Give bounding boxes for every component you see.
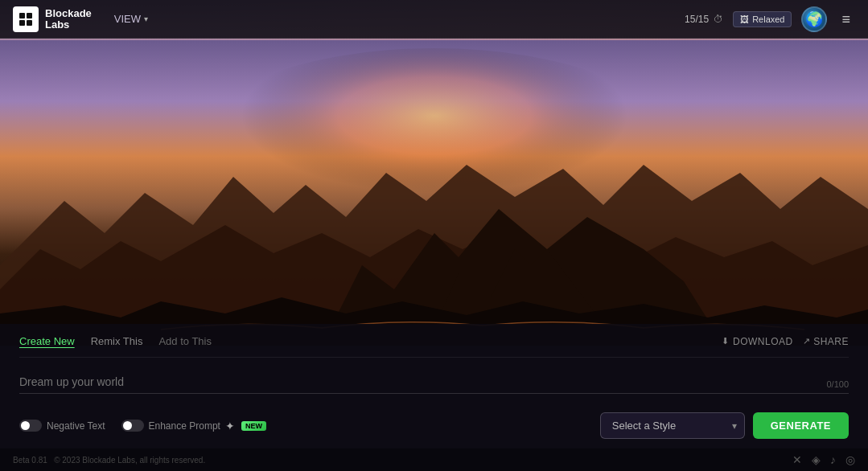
clock-icon: ⏱ — [714, 14, 723, 25]
globe-button[interactable]: 🌍 — [801, 6, 827, 32]
bottom-panel: Create New Remix This Add to This ⬇ DOWN… — [0, 324, 868, 448]
prompt-input[interactable] — [19, 371, 849, 394]
generate-button[interactable]: GENERATE — [753, 412, 849, 439]
hamburger-menu-button[interactable]: ≡ — [837, 6, 855, 31]
mountain-svg — [0, 40, 868, 346]
discord-icon[interactable]: ◈ — [812, 453, 821, 466]
logo-area: Blockade Labs — [13, 6, 92, 32]
negative-text-label: Negative Text — [47, 420, 105, 432]
tab-row: Create New Remix This Add to This ⬇ DOWN… — [19, 324, 849, 358]
topbar: Blockade Labs VIEW ▾ 15/15 ⏱ 🖼 Relaxed 🌍… — [0, 0, 868, 39]
footer-right: ✕ ◈ ♪ ◎ — [792, 453, 855, 466]
svg-rect-3 — [27, 20, 32, 26]
twitter-icon[interactable]: ✕ — [792, 453, 802, 466]
prompt-input-wrapper: 0/100 — [19, 371, 849, 394]
logo-text: Blockade Labs — [45, 7, 92, 31]
footer-left: Beta 0.81 © 2023 Blockade Labs, all righ… — [13, 456, 205, 465]
svg-rect-2 — [19, 20, 25, 26]
enhance-prompt-toggle[interactable] — [121, 420, 144, 432]
view-menu-button[interactable]: VIEW ▾ — [108, 10, 154, 28]
prompt-area: 0/100 — [19, 358, 849, 403]
enhance-prompt-label: Enhance Prompt — [149, 420, 220, 432]
right-options: Select a Style Fantasy Sci-Fi Anime Phot… — [600, 412, 849, 439]
relaxed-badge: 🖼 Relaxed — [733, 11, 792, 27]
tab-add-to-this[interactable]: Add to This — [158, 332, 212, 350]
char-count: 0/100 — [826, 379, 849, 389]
footer: Beta 0.81 © 2023 Blockade Labs, all righ… — [0, 448, 868, 471]
logo-icon — [13, 6, 39, 32]
sparkle-icon: ✦ — [225, 420, 235, 432]
style-select-wrapper: Select a Style Fantasy Sci-Fi Anime Phot… — [600, 412, 745, 439]
tiktok-icon[interactable]: ♪ — [830, 453, 836, 466]
svg-rect-1 — [27, 13, 32, 18]
credits-badge: 15/15 ⏱ — [685, 14, 723, 25]
enhance-prompt-toggle-group: Enhance Prompt ✦ NEW — [121, 420, 266, 432]
style-select[interactable]: Select a Style Fantasy Sci-Fi Anime Phot… — [600, 412, 745, 439]
svg-rect-0 — [19, 13, 25, 18]
new-badge: NEW — [241, 421, 266, 431]
image-icon: 🖼 — [740, 14, 749, 24]
tab-remix-this[interactable]: Remix This — [91, 332, 143, 350]
background-scene — [0, 0, 868, 346]
options-row: Negative Text Enhance Prompt ✦ NEW Selec… — [19, 412, 849, 439]
topbar-right: 15/15 ⏱ 🖼 Relaxed 🌍 ≡ — [685, 6, 855, 32]
negative-text-toggle-group: Negative Text — [19, 420, 105, 432]
share-button[interactable]: ↗ SHARE — [803, 336, 849, 347]
negative-text-toggle[interactable] — [19, 420, 42, 432]
tab-create-new[interactable]: Create New — [19, 332, 75, 350]
chevron-down-icon: ▾ — [144, 14, 148, 23]
instagram-icon[interactable]: ◎ — [845, 453, 855, 466]
download-button[interactable]: ⬇ DOWNLOAD — [722, 336, 792, 347]
share-icon: ↗ — [803, 336, 811, 346]
download-icon: ⬇ — [722, 336, 730, 346]
action-row-right: ⬇ DOWNLOAD ↗ SHARE — [722, 336, 849, 347]
